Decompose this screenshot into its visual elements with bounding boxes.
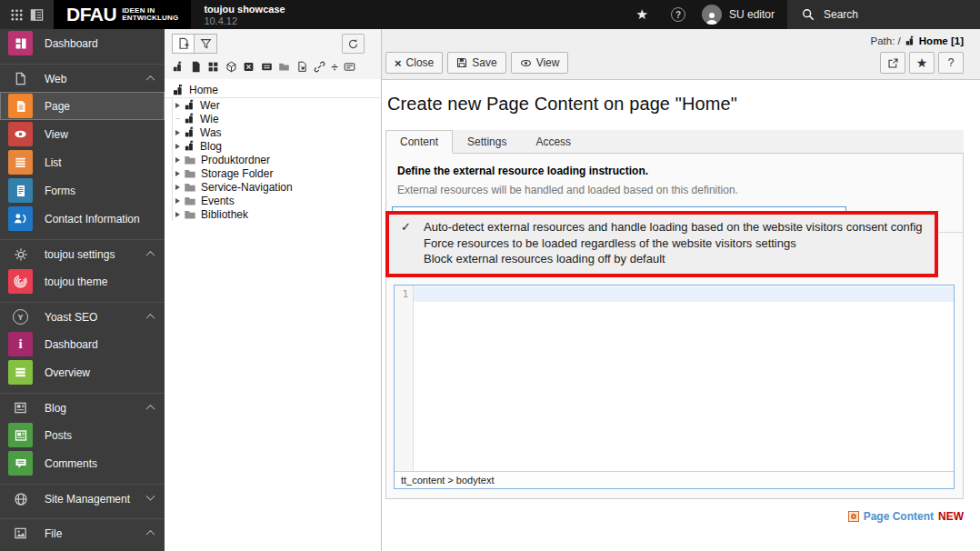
expand-arrow-icon[interactable]: [175, 185, 180, 190]
drag-new-mountpoint-icon[interactable]: [261, 61, 273, 73]
drag-new-site-icon[interactable]: [172, 61, 184, 73]
contact-information-icon: [8, 206, 33, 231]
chevron-up-icon: [146, 251, 155, 260]
expand-arrow-icon[interactable]: [175, 144, 180, 149]
line-number: 1: [403, 288, 408, 299]
new-page-button[interactable]: [172, 34, 195, 54]
sidebar-section-toujou-settings[interactable]: toujou settings: [0, 239, 165, 267]
filter-button[interactable]: [195, 34, 217, 54]
dashboard-icon: [8, 31, 33, 55]
drag-new-sysfolder-icon[interactable]: [344, 61, 355, 73]
tab-content[interactable]: Content: [385, 130, 453, 154]
sidebar-section-yoast-seo[interactable]: Y Yoast SEO: [0, 302, 165, 330]
user-menu[interactable]: SU editor: [696, 5, 787, 25]
drag-new-link-icon[interactable]: [314, 61, 325, 73]
dropdown-option-force[interactable]: Force resources to be loaded regardless …: [389, 235, 935, 252]
chevron-up-icon: [146, 75, 155, 85]
code-input-area[interactable]: [414, 286, 954, 471]
sidebar-section-site-management[interactable]: Site Management: [0, 484, 165, 512]
expand-arrow-icon[interactable]: [175, 198, 180, 204]
typo3-backend: DFAU IDEEN IN ENTWICKLUNG toujou showcas…: [0, 0, 980, 551]
sidebar-item-overview[interactable]: Overview: [0, 358, 165, 386]
refresh-icon[interactable]: [342, 34, 365, 54]
pagetree-toggle-icon[interactable]: [30, 8, 44, 22]
dropdown-option-auto-detect[interactable]: ✓ Auto-detect external resources and han…: [389, 219, 935, 235]
tree-node-blog[interactable]: Blog: [173, 139, 381, 153]
tree-node-home[interactable]: Home: [165, 83, 381, 98]
tree-node-service-navigation[interactable]: Service-Navigation: [173, 180, 381, 194]
gear-icon: [8, 247, 33, 262]
brand-logo-text: DFAU: [66, 4, 116, 25]
expand-arrow-icon[interactable]: [175, 157, 180, 163]
bookmark-star-icon[interactable]: ★: [625, 6, 660, 23]
line-number-gutter: 1: [395, 286, 414, 471]
site-root-icon: [172, 84, 185, 96]
close-button[interactable]: × Close: [385, 52, 443, 74]
sidebar-item-page[interactable]: Page: [0, 92, 165, 120]
expand-arrow-icon[interactable]: [175, 212, 180, 217]
tab-settings[interactable]: Settings: [453, 130, 521, 153]
page-tree: Home Wer Wie Was: [165, 79, 381, 551]
sidebar-item-yoast-dashboard[interactable]: i Dashboard: [0, 330, 165, 358]
tree-node-wer[interactable]: Wer: [173, 98, 381, 112]
expand-arrow-icon[interactable]: [175, 171, 180, 176]
tree-node-bibliothek[interactable]: Bibliothek: [173, 207, 381, 221]
content-element-icon: [848, 511, 859, 522]
tree-guide-line: [175, 118, 180, 119]
tree-node-wie[interactable]: Wie: [173, 112, 381, 125]
drag-new-layout-icon[interactable]: [207, 61, 219, 73]
tab-access[interactable]: Access: [521, 130, 585, 153]
field-description: External resources will be handled and l…: [397, 184, 952, 196]
tab-bar: Content Settings Access: [385, 130, 964, 154]
select-dropdown-annotated: ✓ Auto-detect external resources and han…: [385, 211, 938, 277]
active-line-highlight: [414, 286, 954, 302]
module-menu-toggle-icon[interactable]: [10, 8, 24, 22]
search-label: Search: [824, 8, 858, 21]
code-editor-body: 1: [395, 286, 954, 471]
breadcrumb-page: Home [1]: [919, 35, 964, 46]
save-icon: [456, 57, 467, 68]
drag-new-divider-icon[interactable]: ÷: [332, 62, 338, 73]
fingerprint-icon: [8, 269, 33, 294]
docheader-buttons: × Close Save View ★ ?: [385, 52, 964, 74]
folder-icon: [184, 181, 196, 194]
dropdown-option-block[interactable]: Block external resources loading off by …: [389, 251, 935, 267]
open-in-new-window-icon[interactable]: [880, 52, 905, 74]
sidebar-item-comments[interactable]: Comments: [0, 449, 165, 477]
username: SU editor: [729, 8, 775, 21]
tree-node-was[interactable]: Was: [173, 125, 381, 139]
expand-arrow-icon[interactable]: [175, 103, 180, 108]
page-title: Create new Page Content on page "Home": [387, 94, 964, 115]
sidebar-section-blog[interactable]: Blog: [0, 393, 165, 421]
sidebar-section-web[interactable]: Web: [0, 64, 165, 92]
site-version: 10.4.12: [204, 15, 285, 26]
breadcrumb: Path: / Home [1]: [385, 34, 964, 48]
module-sidebar: Dashboard Web Page View List: [0, 29, 165, 551]
sidebar-item-forms[interactable]: Forms: [0, 176, 165, 205]
sidebar-item-list[interactable]: List: [0, 148, 165, 176]
help-button[interactable]: ?: [938, 52, 964, 74]
expand-arrow-icon[interactable]: [175, 130, 180, 135]
drag-new-folder-icon[interactable]: [278, 61, 290, 73]
sidebar-item-contact-information[interactable]: Contact Information: [0, 205, 165, 233]
sidebar-item-view[interactable]: View: [0, 120, 165, 148]
drag-new-page-icon[interactable]: [190, 61, 202, 73]
sidebar-section-file[interactable]: File: [0, 518, 165, 546]
drag-new-external-page-icon[interactable]: [296, 61, 308, 73]
sidebar-item-posts[interactable]: Posts: [0, 421, 165, 449]
drag-new-shortcut-icon[interactable]: [225, 61, 237, 73]
view-button[interactable]: View: [511, 52, 569, 74]
sidebar-item-dashboard[interactable]: Dashboard: [0, 29, 165, 57]
brand-logo[interactable]: DFAU IDEEN IN ENTWICKLUNG: [54, 0, 191, 29]
save-button[interactable]: Save: [447, 52, 505, 74]
search-button[interactable]: Search: [787, 0, 980, 29]
bookmark-star-icon[interactable]: ★: [909, 52, 935, 74]
sidebar-item-toujou-theme[interactable]: toujou theme: [0, 267, 165, 296]
help-icon[interactable]: ?: [671, 7, 685, 22]
drag-new-hidden-page-icon[interactable]: [243, 61, 255, 73]
tree-node-produktordner[interactable]: Produktordner: [173, 153, 381, 166]
pagetree-drag-toolbar: ÷: [165, 55, 381, 79]
tree-node-events[interactable]: Events: [173, 194, 381, 207]
tree-node-storage-folder[interactable]: Storage Folder: [173, 166, 381, 180]
view-module-icon: [8, 122, 33, 146]
